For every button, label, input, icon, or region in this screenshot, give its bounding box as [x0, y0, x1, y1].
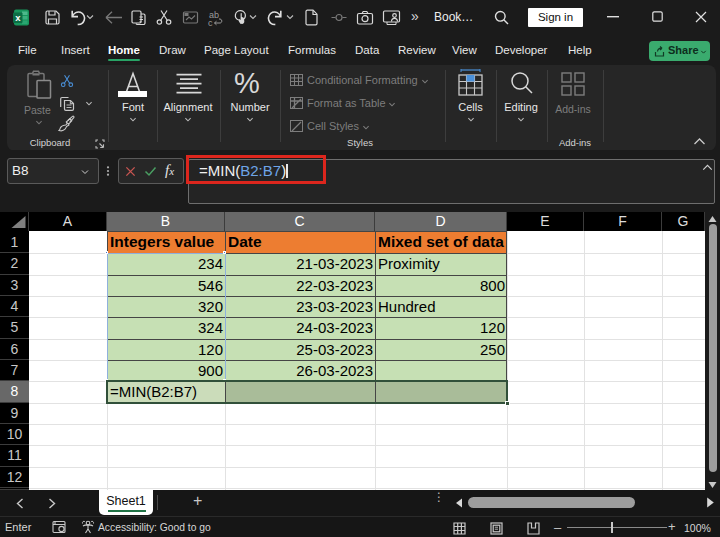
svg-text:x: x [15, 12, 21, 23]
svg-text:c: c [208, 18, 213, 28]
